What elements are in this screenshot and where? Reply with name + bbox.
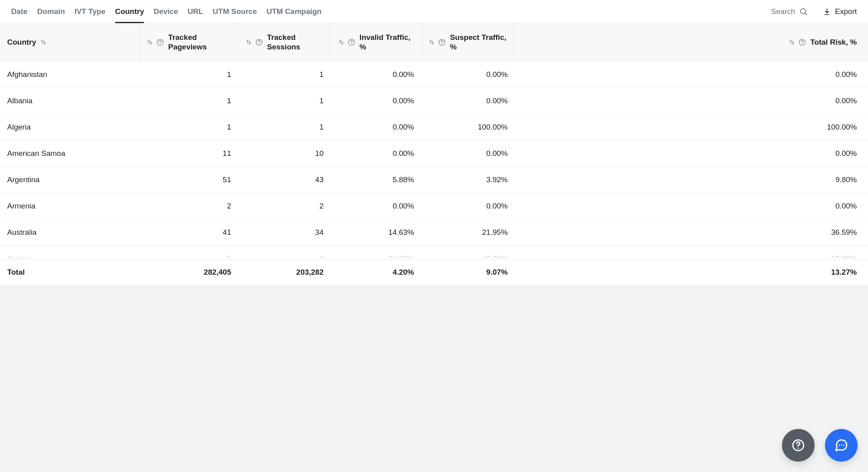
tab-country[interactable]: Country	[115, 0, 144, 23]
cell-pageviews: 41	[139, 228, 238, 237]
footer-invalid: 4.20%	[331, 268, 421, 277]
svg-point-16	[843, 444, 844, 446]
sort-icon[interactable]	[338, 39, 344, 45]
help-icon[interactable]	[156, 38, 164, 46]
export-button[interactable]: Export	[823, 7, 857, 16]
help-icon[interactable]	[438, 38, 446, 46]
chat-icon	[834, 438, 848, 452]
cell-suspect: 0.00%	[421, 149, 515, 158]
export-label: Export	[835, 7, 857, 16]
cell-invalid: 0.00%	[331, 202, 421, 210]
col-header-total-label: Total Risk, %	[810, 37, 857, 47]
cell-invalid: 0.00%	[331, 123, 421, 132]
cell-suspect: 100.00%	[421, 123, 515, 132]
cell-pageviews: 5	[139, 254, 238, 260]
svg-point-13	[798, 448, 799, 449]
tab-utm-campaign[interactable]: UTM Campaign	[267, 0, 322, 23]
cell-country: Algeria	[0, 123, 139, 132]
help-circle-icon	[791, 438, 805, 452]
topbar: DateDomainIVT TypeCountryDeviceURLUTM So…	[0, 0, 868, 23]
sort-icon[interactable]	[147, 39, 153, 45]
table-row: Algeria110.00%100.00%100.00%	[0, 114, 868, 140]
svg-point-9	[442, 43, 442, 44]
table-row: Australia413414.63%21.95%36.59%	[0, 219, 868, 246]
svg-point-0	[801, 8, 806, 14]
cell-total: 100.00%	[515, 123, 868, 132]
table-body[interactable]: Afghanistan110.00%0.00%0.00%Albania110.0…	[0, 61, 868, 259]
cell-total: 36.59%	[515, 228, 868, 237]
footer-sessions: 203,282	[238, 268, 331, 277]
tab-label: Date	[11, 7, 27, 16]
cell-pageviews: 1	[139, 70, 238, 79]
col-header-pageviews-label: Tracked Pageviews	[168, 33, 231, 52]
cell-sessions: 1	[238, 123, 331, 132]
right-actions: Search Export	[771, 7, 857, 16]
help-icon[interactable]	[798, 38, 806, 46]
sort-icon[interactable]	[428, 39, 435, 45]
col-header-suspect-label: Suspect Traffic, %	[450, 33, 507, 52]
cell-sessions: 10	[238, 149, 331, 158]
cell-country: Austria	[0, 254, 139, 260]
col-header-sessions[interactable]: Tracked Sessions	[238, 23, 331, 61]
cell-country: Albania	[0, 96, 139, 105]
tab-device[interactable]: Device	[153, 0, 178, 23]
cell-suspect: 3.92%	[421, 175, 515, 184]
cell-suspect: 0.00%	[421, 70, 515, 79]
cell-sessions: 43	[238, 175, 331, 184]
cell-suspect: 40.00%	[421, 254, 515, 260]
cell-country: Armenia	[0, 202, 139, 210]
cell-sessions: 34	[238, 228, 331, 237]
col-header-invalid[interactable]: Invalid Traffic, %	[331, 23, 421, 61]
cell-sessions: 1	[238, 70, 331, 79]
footer-total: 13.27%	[515, 268, 868, 277]
cell-invalid: 14.63%	[331, 228, 421, 237]
sort-icon[interactable]	[789, 39, 795, 45]
col-header-sessions-label: Tracked Sessions	[267, 33, 323, 52]
cell-total: 0.00%	[515, 70, 868, 79]
col-header-country-label: Country	[7, 37, 36, 47]
svg-point-11	[802, 43, 802, 44]
sort-icon[interactable]	[245, 39, 252, 45]
search-icon	[799, 7, 808, 16]
tab-label: URL	[188, 7, 203, 16]
tab-label: Device	[153, 7, 178, 16]
tab-url[interactable]: URL	[188, 0, 203, 23]
table-row: Austria5320.00%40.00%60.00%	[0, 246, 868, 259]
help-icon[interactable]	[348, 38, 355, 46]
cell-pageviews: 1	[139, 96, 238, 105]
cell-suspect: 21.95%	[421, 228, 515, 237]
cell-country: Australia	[0, 228, 139, 237]
cell-invalid: 0.00%	[331, 96, 421, 105]
table-row: American Samoa11100.00%0.00%0.00%	[0, 140, 868, 167]
chat-fab[interactable]	[825, 429, 858, 462]
cell-country: Afghanistan	[0, 70, 139, 79]
col-header-pageviews[interactable]: Tracked Pageviews	[139, 23, 238, 61]
tab-ivt-type[interactable]: IVT Type	[75, 0, 106, 23]
cell-sessions: 2	[238, 202, 331, 210]
tab-domain[interactable]: Domain	[37, 0, 65, 23]
col-header-suspect[interactable]: Suspect Traffic, %	[421, 23, 515, 61]
sort-icon[interactable]	[40, 39, 47, 45]
tab-date[interactable]: Date	[11, 0, 27, 23]
data-table: Country Tracked Pageviews	[0, 23, 868, 285]
cell-total: 60.00%	[515, 254, 868, 260]
svg-line-1	[805, 13, 807, 15]
cell-pageviews: 11	[139, 149, 238, 158]
fab-container	[782, 429, 858, 462]
cell-total: 9.80%	[515, 175, 868, 184]
cell-sessions: 1	[238, 96, 331, 105]
table-row: Argentina51435.88%3.92%9.80%	[0, 167, 868, 193]
cell-country: Argentina	[0, 175, 139, 184]
tab-label: Domain	[37, 7, 65, 16]
search-button[interactable]: Search	[771, 7, 808, 16]
table-footer-row: Total 282,405 203,282 4.20% 9.07% 13.27%	[0, 259, 868, 285]
cell-invalid: 0.00%	[331, 149, 421, 158]
col-header-total[interactable]: Total Risk, %	[515, 23, 868, 61]
col-header-country[interactable]: Country	[0, 23, 139, 61]
cell-invalid: 0.00%	[331, 70, 421, 79]
search-label: Search	[771, 7, 795, 16]
help-fab[interactable]	[782, 429, 815, 462]
help-icon[interactable]	[255, 38, 263, 46]
tab-utm-source[interactable]: UTM Source	[213, 0, 257, 23]
tab-label: UTM Source	[213, 7, 257, 16]
